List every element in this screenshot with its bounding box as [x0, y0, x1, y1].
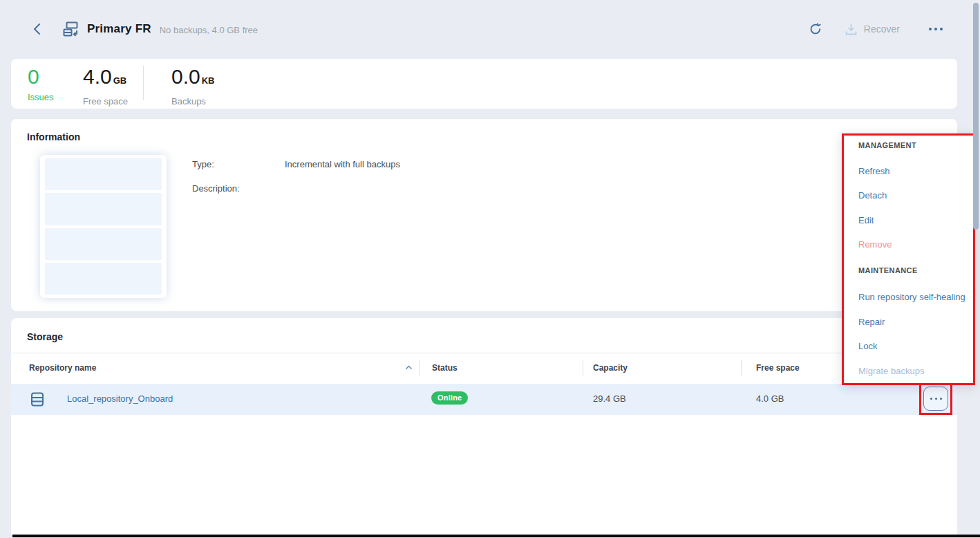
menu-item-run-repository-self-healing[interactable]: Run repository self-healing [858, 292, 965, 302]
database-icon [30, 392, 44, 407]
storage-title: Storage [27, 331, 63, 342]
row-actions-context-menu: MANAGEMENT Refresh Detach Edit Remove MA… [842, 133, 975, 385]
status-badge: Online [431, 391, 468, 405]
menu-item-edit[interactable]: Edit [858, 215, 874, 225]
refresh-button[interactable] [804, 18, 827, 40]
page-header: Primary FR No backups, 4.0 GB free Recov… [28, 15, 947, 43]
table-header: Repository name Status Capacity Free spa… [11, 353, 957, 384]
type-label: Type: [192, 159, 285, 169]
repository-name-link[interactable]: Local_repository_Onboard [67, 393, 173, 404]
stat-issues: 0 Issues [28, 66, 54, 102]
page-subtitle: No backups, 4.0 GB free [160, 24, 258, 35]
issues-value: 0 [28, 66, 54, 88]
menu-section-management: MANAGEMENT [858, 141, 916, 149]
vertical-scrollbar-thumb[interactable] [973, 3, 979, 230]
menu-item-lock[interactable]: Lock [858, 341, 877, 351]
free-space-value: 4.0 [83, 65, 112, 88]
menu-item-refresh[interactable]: Refresh [858, 166, 890, 176]
refresh-icon [809, 22, 822, 36]
chevron-left-icon [32, 23, 43, 35]
stat-divider [143, 66, 144, 100]
ellipsis-icon [929, 28, 932, 30]
description-label: Description: [192, 183, 285, 194]
recover-button[interactable]: Recover [845, 23, 900, 36]
ellipsis-icon [930, 398, 942, 400]
column-divider [420, 360, 420, 375]
menu-item-repair[interactable]: Repair [858, 317, 885, 327]
row-actions-button[interactable] [923, 387, 948, 411]
information-title: Information [27, 131, 80, 142]
repository-icon [62, 21, 79, 37]
free-space-cell: 4.0 GB [756, 393, 784, 404]
storage-panel: Storage Repository name Status Capacity … [11, 318, 957, 535]
stat-backups: 0.0KB Backups [171, 66, 215, 106]
issues-label: Issues [28, 92, 54, 102]
column-capacity[interactable]: Capacity [593, 363, 628, 373]
menu-item-remove[interactable]: Remove [858, 239, 892, 250]
download-icon [845, 23, 858, 36]
column-repository-name[interactable]: Repository name [29, 363, 96, 373]
information-fields: Type: Incremental with full backups Desc… [192, 159, 400, 207]
capacity-cell: 29.4 GB [593, 393, 626, 404]
column-free-space[interactable]: Free space [756, 363, 800, 373]
menu-item-migrate-backups[interactable]: Migrate backups [858, 366, 924, 376]
information-panel: Information Type: Incremental with full … [11, 119, 957, 311]
column-divider [741, 360, 742, 375]
field-description: Description: [192, 183, 400, 194]
free-space-unit: GB [113, 75, 127, 86]
menu-section-maintenance: MAINTENANCE [858, 266, 918, 275]
backups-value: 0.0 [171, 65, 200, 88]
column-status[interactable]: Status [432, 363, 458, 373]
sort-asc-icon[interactable] [405, 365, 413, 370]
table-row[interactable]: Local_repository_Onboard Online 29.4 GB … [11, 384, 957, 415]
menu-item-detach[interactable]: Detach [858, 190, 887, 201]
page-title: Primary FR [87, 22, 151, 36]
stat-free-space: 4.0GB Free space [83, 66, 128, 106]
type-value: Incremental with full backups [285, 159, 400, 169]
backups-label: Backups [171, 96, 215, 106]
back-button[interactable] [28, 19, 47, 39]
summary-stats-panel: 0 Issues 4.0GB Free space 0.0KB Backups [11, 59, 957, 109]
repository-illustration [40, 155, 167, 298]
header-more-button[interactable] [925, 24, 947, 35]
window-bottom-edge [12, 535, 980, 537]
field-type: Type: Incremental with full backups [192, 159, 400, 169]
recover-label: Recover [864, 24, 900, 35]
backups-unit: KB [202, 75, 215, 86]
free-space-label: Free space [83, 96, 128, 106]
column-divider [583, 360, 583, 375]
